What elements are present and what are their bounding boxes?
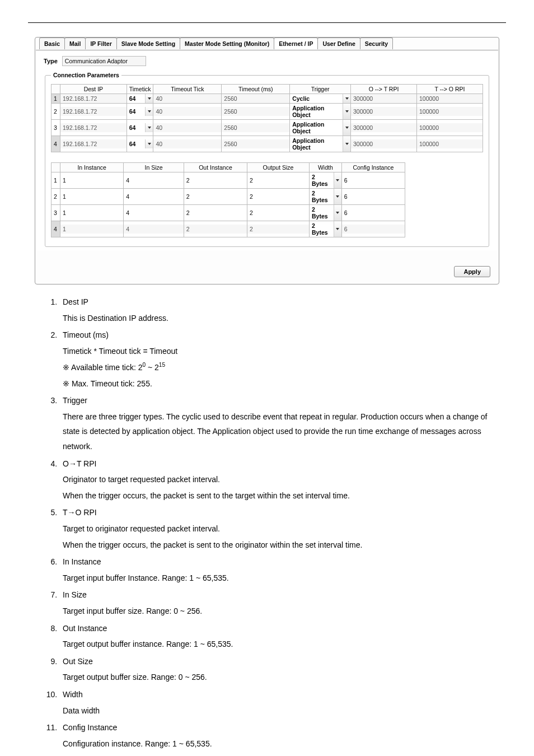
list-item: O→T RPIOriginator to target requested pa… (59, 456, 500, 503)
chevron-down-icon[interactable] (334, 221, 341, 237)
timeout-ms-field (222, 123, 289, 132)
item-line: Target input buffer size. Range: 0 ~ 256… (63, 604, 500, 619)
tab-master-mode-setting-monitor-[interactable]: Master Mode Setting (Monitor) (180, 38, 274, 49)
width-select[interactable]: 2 Bytes (310, 172, 341, 188)
item-line: Configuration instance. Range: 1 ~ 65,53… (63, 736, 500, 752)
tab-mail[interactable]: Mail (64, 38, 86, 49)
timetick-select[interactable]: 64 (127, 94, 153, 103)
item-title: In Instance (63, 557, 101, 566)
type-field[interactable] (62, 56, 146, 66)
in-instance-field[interactable] (60, 192, 123, 201)
item-line: Target to originator requested packet in… (63, 521, 500, 536)
chevron-down-icon[interactable] (145, 139, 153, 148)
list-item: T→O RPITarget to originator requested pa… (59, 505, 500, 552)
chevron-down-icon[interactable] (334, 205, 341, 221)
tab-slave-mode-setting[interactable]: Slave Mode Setting (116, 38, 180, 49)
item-body: Target to originator requested packet in… (63, 521, 500, 552)
output-size-field[interactable] (247, 225, 309, 234)
item-body: There are three trigger types. The cycli… (63, 409, 500, 454)
col-header: Timeout Tick (153, 85, 222, 94)
dest-ip-field[interactable] (60, 139, 127, 148)
timeout-tick-field[interactable] (153, 123, 221, 132)
in-instance-field[interactable] (60, 208, 123, 217)
width-select[interactable]: 2 Bytes (310, 205, 341, 221)
chevron-down-icon[interactable] (343, 120, 350, 136)
tab-ip-filter[interactable]: IP Filter (85, 38, 116, 49)
list-item: WidthData width (59, 687, 500, 718)
chevron-down-icon[interactable] (334, 189, 341, 204)
width-select[interactable]: 2 Bytes (310, 189, 341, 204)
in-size-field[interactable] (124, 208, 184, 217)
dest-ip-field[interactable] (60, 107, 127, 116)
list-item: In SizeTarget input buffer size. Range: … (59, 587, 500, 618)
output-size-field[interactable] (247, 208, 309, 217)
timeout-ms-field (222, 94, 289, 103)
trigger-select[interactable]: Cyclic (290, 94, 350, 103)
item-line: When the trigger occurs, the packet is s… (63, 538, 500, 553)
col-header: Timeout (ms) (222, 85, 290, 94)
tab-basic[interactable]: Basic (39, 38, 65, 49)
out-instance-field[interactable] (184, 192, 247, 201)
timetick-select[interactable]: 64 (127, 107, 153, 116)
item-title: In Size (63, 590, 87, 599)
tab-user-define[interactable]: User Define (317, 38, 360, 49)
timetick-select[interactable]: 64 (127, 139, 153, 148)
config-instance-field[interactable] (342, 176, 405, 185)
tab-security[interactable]: Security (360, 38, 393, 49)
to-rpi-field[interactable] (417, 94, 483, 103)
in-size-field[interactable] (124, 192, 184, 201)
table-row: 264Application Object (51, 104, 483, 120)
dest-ip-field[interactable] (60, 94, 127, 103)
chevron-down-icon[interactable] (145, 94, 153, 103)
item-line: ※ Available time tick: 20 ~ 215 (63, 360, 500, 375)
trigger-select[interactable]: Application Object (290, 136, 350, 152)
col-header: Width (309, 163, 341, 172)
trigger-select[interactable]: Application Object (290, 104, 350, 119)
timeout-tick-field[interactable] (153, 107, 221, 116)
list-item: Config InstanceConfiguration instance. R… (59, 720, 500, 751)
chevron-down-icon[interactable] (334, 172, 341, 188)
in-size-field[interactable] (124, 176, 184, 185)
chevron-down-icon[interactable] (145, 123, 153, 132)
timeout-tick-field[interactable] (153, 94, 221, 103)
ot-rpi-field[interactable] (351, 139, 416, 148)
item-title: Timeout (ms) (63, 330, 109, 339)
ot-rpi-field[interactable] (351, 107, 416, 116)
config-instance-field[interactable] (342, 208, 405, 217)
ot-rpi-field[interactable] (351, 94, 416, 103)
chevron-down-icon[interactable] (145, 107, 153, 116)
chevron-down-icon[interactable] (343, 136, 350, 152)
item-title: Width (63, 690, 83, 699)
to-rpi-field[interactable] (417, 107, 483, 116)
chevron-down-icon[interactable] (343, 94, 350, 103)
item-body: Target output buffer instance. Range: 1 … (63, 637, 500, 652)
item-line: Data width (63, 703, 500, 718)
to-rpi-field[interactable] (417, 139, 483, 148)
output-size-field[interactable] (247, 176, 309, 185)
config-instance-field[interactable] (342, 192, 405, 201)
out-instance-field[interactable] (184, 225, 247, 234)
in-instance-field[interactable] (60, 176, 123, 185)
trigger-select[interactable]: Application Object (290, 120, 350, 136)
ot-rpi-field[interactable] (351, 123, 416, 132)
tab-ethernet-ip[interactable]: Ethernet / IP (274, 38, 318, 49)
dest-ip-field[interactable] (60, 123, 127, 132)
list-item: Out InstanceTarget output buffer instanc… (59, 621, 500, 652)
to-rpi-field[interactable] (417, 123, 483, 132)
table-instance: In InstanceIn SizeOut InstanceOutput Siz… (51, 162, 405, 237)
apply-button[interactable]: Apply (454, 266, 490, 277)
timetick-select[interactable]: 64 (127, 123, 153, 132)
connection-params-legend: Connection Parameters (51, 72, 121, 78)
in-instance-field[interactable] (60, 225, 123, 234)
width-select[interactable]: 2 Bytes (310, 221, 341, 237)
timeout-tick-field[interactable] (153, 139, 221, 148)
col-header: Config Instance (341, 163, 405, 172)
config-instance-field[interactable] (342, 225, 405, 234)
output-size-field[interactable] (247, 192, 309, 201)
in-size-field[interactable] (124, 225, 184, 234)
out-instance-field[interactable] (184, 176, 247, 185)
type-row: Type (44, 56, 490, 66)
item-body: Target input buffer size. Range: 0 ~ 256… (63, 604, 500, 619)
chevron-down-icon[interactable] (343, 104, 350, 119)
out-instance-field[interactable] (184, 208, 247, 217)
